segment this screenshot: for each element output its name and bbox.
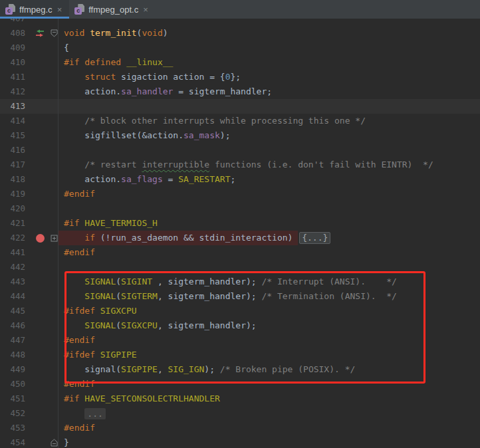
code-line-text[interactable]: action.sa_handler = sigterm_handler; xyxy=(58,84,480,99)
code-token xyxy=(64,289,84,304)
code-line-text[interactable] xyxy=(58,143,480,158)
line-number[interactable]: 408 xyxy=(0,26,25,41)
line-number[interactable]: 450 xyxy=(0,377,25,392)
code-line-text[interactable]: if (!run_as_daemon && stdin_interaction)… xyxy=(58,231,480,245)
editor-tab-bar: c ffmpeg.c × c ffmpeg_opt.c × xyxy=(0,0,480,19)
line-number[interactable]: 452 xyxy=(0,406,25,421)
code-line-text[interactable]: SIGNAL(SIGXCPU, sigterm_handler); xyxy=(58,318,480,333)
tab-label: ffmpeg_opt.c xyxy=(88,5,138,15)
code-token: , sigterm_handler); xyxy=(152,275,261,289)
code-line: 408void term_init(void) xyxy=(0,26,480,41)
code-line-text[interactable]: #endif xyxy=(58,245,480,260)
code-token: #endif xyxy=(64,187,95,201)
code-line-text[interactable]: } xyxy=(58,435,480,448)
line-number[interactable]: 416 xyxy=(0,143,25,158)
code-line: 441#endif xyxy=(0,245,480,260)
line-number[interactable]: 413 xyxy=(0,99,25,114)
code-line-text[interactable]: /* block other interrupts while processi… xyxy=(58,114,480,128)
code-token: #if xyxy=(64,392,79,406)
code-line-text[interactable]: #ifdef SIGXCPU xyxy=(58,304,480,318)
code-token: action. xyxy=(64,172,121,187)
code-token: , xyxy=(158,362,168,377)
line-number[interactable]: 422 xyxy=(0,231,25,245)
code-line-text[interactable]: #if defined __linux__ xyxy=(58,55,480,70)
line-number[interactable]: 447 xyxy=(0,333,25,348)
code-token: ); xyxy=(204,362,219,377)
code-line-text[interactable]: SIGNAL(SIGINT , sigterm_handler); /* Int… xyxy=(58,275,480,289)
line-number[interactable]: 453 xyxy=(0,421,25,435)
fold-expand-icon[interactable] xyxy=(51,235,58,242)
code-token xyxy=(121,55,126,70)
code-line-text[interactable]: #endif xyxy=(58,377,480,392)
code-token: SIGTERM xyxy=(121,289,158,304)
vcs-arrows-icon[interactable] xyxy=(29,29,51,37)
code-token: }; xyxy=(230,70,241,84)
breakpoint-icon[interactable] xyxy=(29,234,51,243)
folded-code-placeholder[interactable]: {...} xyxy=(299,232,330,244)
line-number[interactable]: 420 xyxy=(0,201,25,216)
code-line-text[interactable] xyxy=(58,201,480,216)
breakpoint-line-highlight: if (!run_as_daemon && stdin_interaction) xyxy=(59,231,298,245)
close-icon[interactable]: × xyxy=(142,5,150,15)
line-number[interactable]: 442 xyxy=(0,260,25,275)
code-token: SIGNAL xyxy=(84,318,116,333)
code-line-text[interactable] xyxy=(58,19,480,26)
line-number[interactable]: 417 xyxy=(0,158,25,172)
code-line-text[interactable]: action.sa_flags = SA_RESTART; xyxy=(58,172,480,187)
code-line-text[interactable]: #endif xyxy=(58,187,480,201)
code-token: HAVE_TERMIOS_H xyxy=(84,216,158,231)
code-token xyxy=(95,348,100,362)
line-number[interactable]: 418 xyxy=(0,172,25,187)
line-number[interactable]: 411 xyxy=(0,70,25,84)
code-token: ); xyxy=(220,128,231,143)
tab-ffmpeg-c[interactable]: c ffmpeg.c × xyxy=(0,0,69,19)
fold-collapse-bottom-icon[interactable] xyxy=(51,439,58,447)
code-line-text[interactable]: #endif xyxy=(58,421,480,435)
line-number[interactable]: 410 xyxy=(0,55,25,70)
line-number[interactable]: 414 xyxy=(0,114,25,128)
line-number[interactable]: 445 xyxy=(0,304,25,318)
code-line: 412 action.sa_handler = sigterm_handler; xyxy=(0,84,480,99)
line-number[interactable]: 419 xyxy=(0,187,25,201)
line-number[interactable]: 407 xyxy=(0,19,25,26)
line-number[interactable]: 409 xyxy=(0,41,25,55)
code-line-text[interactable]: signal(SIGPIPE, SIG_IGN); /* Broken pipe… xyxy=(58,362,480,377)
code-line-text[interactable]: ... xyxy=(58,406,480,421)
code-line-text[interactable]: sigfillset(&action.sa_mask); xyxy=(58,128,480,143)
code-editor[interactable]: 407408void term_init(void)409{410#if def… xyxy=(0,19,480,448)
code-line-text[interactable]: #endif xyxy=(58,333,480,348)
code-line-text[interactable]: void term_init(void) xyxy=(58,26,480,41)
code-token: HAVE_SETCONSOLECTRLHANDLER xyxy=(84,392,220,406)
line-number[interactable]: 448 xyxy=(0,348,25,362)
code-line-text[interactable] xyxy=(58,260,480,275)
line-number[interactable]: 415 xyxy=(0,128,25,143)
code-token[interactable]: ... xyxy=(84,408,105,419)
code-line-text[interactable]: struct sigaction action = {0}; xyxy=(58,70,480,84)
line-number[interactable]: 412 xyxy=(0,84,25,99)
line-number[interactable]: 443 xyxy=(0,275,25,289)
fold-collapse-top-icon[interactable] xyxy=(51,29,58,37)
line-number[interactable]: 421 xyxy=(0,216,25,231)
code-line-text[interactable]: #if HAVE_SETCONSOLECTRLHANDLER xyxy=(58,392,480,406)
line-number[interactable]: 444 xyxy=(0,289,25,304)
code-line-text[interactable] xyxy=(58,99,480,114)
code-line-text[interactable]: { xyxy=(58,41,480,55)
code-line-text[interactable]: #ifdef SIGPIPE xyxy=(58,348,480,362)
line-number[interactable]: 449 xyxy=(0,362,25,377)
line-number[interactable]: 451 xyxy=(0,392,25,406)
code-line-text[interactable]: SIGNAL(SIGTERM, sigterm_handler); /* Ter… xyxy=(58,289,480,304)
line-number[interactable]: 454 xyxy=(0,435,25,448)
code-token: ; xyxy=(230,172,235,187)
code-token: , sigterm_handler); xyxy=(158,289,262,304)
code-line: 444 SIGNAL(SIGTERM, sigterm_handler); /*… xyxy=(0,289,480,304)
code-token: action. xyxy=(64,84,121,99)
close-icon[interactable]: × xyxy=(56,5,64,15)
line-number[interactable]: 446 xyxy=(0,318,25,333)
code-line: 445#ifdef SIGXCPU xyxy=(0,304,480,318)
line-number[interactable]: 441 xyxy=(0,245,25,260)
code-line-text[interactable]: #if HAVE_TERMIOS_H xyxy=(58,216,480,231)
tab-ffmpeg-opt-c[interactable]: c ffmpeg_opt.c × xyxy=(69,0,156,19)
code-token: SIGXCPU xyxy=(121,318,158,333)
code-line: 448#ifdef SIGPIPE xyxy=(0,348,480,362)
code-line-text[interactable]: /* restart interruptible functions (i.e.… xyxy=(58,158,480,172)
